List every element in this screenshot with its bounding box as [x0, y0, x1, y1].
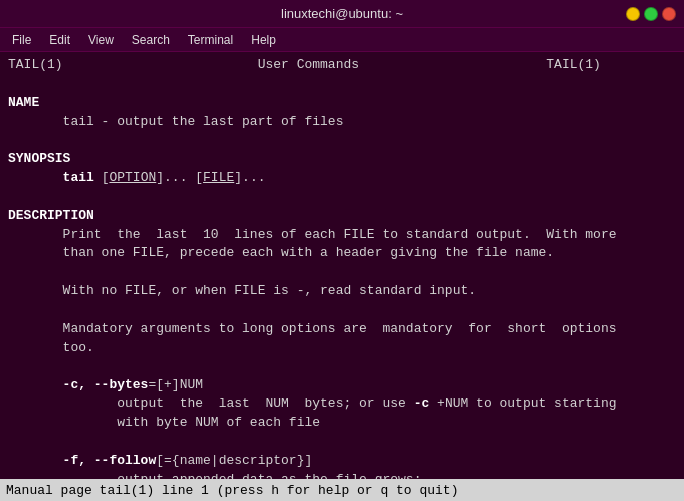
terminal-line: -c, --bytes=[+]NUM: [8, 376, 676, 395]
terminal-line: output the last NUM bytes; or use -c +NU…: [8, 395, 676, 414]
titlebar-buttons: [626, 7, 676, 21]
terminal-line: with byte NUM of each file: [8, 414, 676, 433]
option-f: -f, --follow: [63, 453, 157, 468]
menu-view[interactable]: View: [80, 31, 122, 49]
terminal-content: TAIL(1) User Commands TAIL(1) NAME tail …: [0, 52, 684, 479]
synopsis-option: OPTION: [109, 170, 156, 185]
close-button[interactable]: [662, 7, 676, 21]
terminal-line: tail - output the last part of files: [8, 113, 676, 132]
terminal-line: [8, 433, 676, 452]
terminal-line: [8, 131, 676, 150]
minimize-button[interactable]: [626, 7, 640, 21]
terminal-line: output appended data as the file grows;: [8, 471, 676, 479]
terminal-line: [8, 358, 676, 377]
terminal-line: too.: [8, 339, 676, 358]
terminal-line: TAIL(1) User Commands TAIL(1): [8, 56, 676, 75]
terminal-line: Print the last 10 lines of each FILE to …: [8, 226, 676, 245]
terminal-line: [8, 263, 676, 282]
menu-search[interactable]: Search: [124, 31, 178, 49]
synopsis-file: FILE: [203, 170, 234, 185]
option-c-inline: -c: [414, 396, 430, 411]
titlebar: linuxtechi@ubuntu: ~: [0, 0, 684, 28]
terminal-line: NAME: [8, 94, 676, 113]
menu-edit[interactable]: Edit: [41, 31, 78, 49]
terminal-line: [8, 75, 676, 94]
terminal-line: [8, 188, 676, 207]
option-c: -c, --bytes: [63, 377, 149, 392]
terminal-line: tail [OPTION]... [FILE]...: [8, 169, 676, 188]
terminal-line: -f, --follow[={name|descriptor}]: [8, 452, 676, 471]
terminal-line: SYNOPSIS: [8, 150, 676, 169]
terminal-line: DESCRIPTION: [8, 207, 676, 226]
terminal-line: than one FILE, precede each with a heade…: [8, 244, 676, 263]
terminal-line: [8, 301, 676, 320]
statusbar-text: Manual page tail(1) line 1 (press h for …: [6, 483, 458, 498]
synopsis-command: tail: [63, 170, 94, 185]
terminal-line: Mandatory arguments to long options are …: [8, 320, 676, 339]
terminal-line: With no FILE, or when FILE is -, read st…: [8, 282, 676, 301]
statusbar: Manual page tail(1) line 1 (press h for …: [0, 479, 684, 501]
menubar: File Edit View Search Terminal Help: [0, 28, 684, 52]
menu-terminal[interactable]: Terminal: [180, 31, 241, 49]
menu-file[interactable]: File: [4, 31, 39, 49]
menu-help[interactable]: Help: [243, 31, 284, 49]
maximize-button[interactable]: [644, 7, 658, 21]
titlebar-title: linuxtechi@ubuntu: ~: [281, 6, 403, 21]
